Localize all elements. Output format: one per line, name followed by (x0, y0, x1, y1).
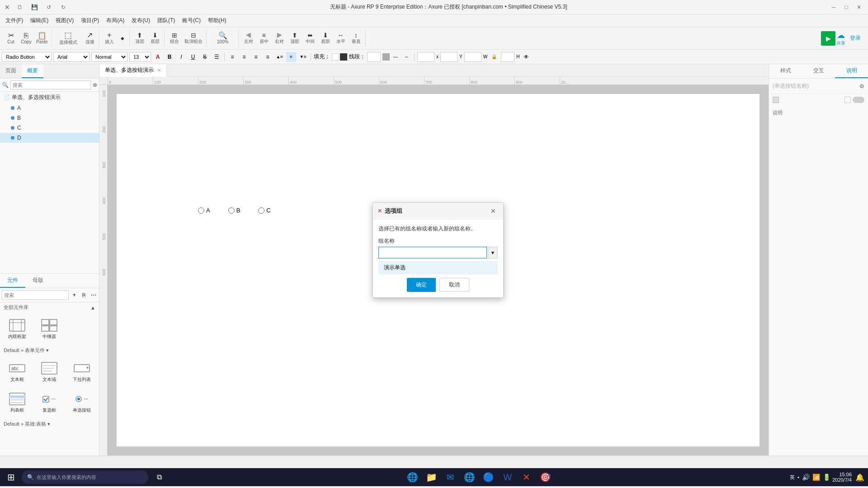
menu-project[interactable]: 项目(P) (77, 15, 103, 26)
radio-option-c[interactable]: C (258, 207, 270, 214)
h-input[interactable]: 15 (501, 52, 514, 62)
text-middle-btn[interactable]: ≡ (286, 52, 296, 62)
close-tab-btn[interactable]: ✕ (157, 68, 161, 73)
modal-group-name-input[interactable] (378, 247, 487, 258)
taskbar-app-axure[interactable]: ✕ (518, 469, 536, 485)
taskbar-app-word[interactable]: W (499, 469, 517, 485)
comp-textbox[interactable]: abc 文本框 (2, 357, 33, 386)
visible-btn[interactable]: 👁 (521, 52, 531, 62)
font-family-select[interactable]: Arial (53, 52, 90, 62)
align-left-btn[interactable]: ⫷ 左对 (241, 30, 256, 47)
paste-btn[interactable]: 📋 Paste (34, 30, 50, 47)
comp-listbox[interactable]: 列表框 (2, 388, 33, 417)
align-middle-btn[interactable]: ⬌ 中间 (303, 30, 317, 47)
ungroup-btn[interactable]: ⊟ 取消组合 (183, 30, 204, 47)
tree-item-b[interactable]: B (0, 113, 99, 123)
taskbar-view-btn[interactable]: ⧉ (150, 469, 168, 485)
close-btn[interactable]: ✕ (854, 2, 864, 13)
taskbar-clock[interactable]: 15:06 2020/7/4 (832, 472, 852, 483)
add-component-btn[interactable]: + (71, 290, 78, 300)
comp-repeater[interactable]: 中继器 (34, 314, 65, 343)
taskbar-app-edge[interactable]: 🌐 (404, 469, 422, 485)
insert-btn[interactable]: + 插入 (102, 30, 117, 47)
menu-help[interactable]: 帮助(H) (204, 15, 230, 26)
tab-page[interactable]: 页面 (0, 64, 22, 78)
text-top-btn[interactable]: ▲≡ (274, 52, 284, 62)
align-center-text-btn[interactable]: ≡ (239, 52, 249, 62)
minimize-btn[interactable]: ─ (828, 2, 839, 13)
sign-in-btn[interactable]: 登录 (846, 34, 864, 42)
new-btn[interactable]: 🗋 (14, 2, 25, 13)
menu-layout[interactable]: 布局(A) (103, 15, 128, 26)
menu-publish[interactable]: 发布(U) (128, 15, 154, 26)
font-size-select[interactable]: 13 (129, 52, 151, 62)
font-style-select[interactable]: Normal (91, 52, 127, 62)
connect-btn[interactable]: ↗ 连接 (83, 30, 97, 47)
align-top-btn[interactable]: ⬆ 顶部 (288, 30, 302, 47)
modal-option-item[interactable]: 演示单选 (378, 261, 498, 274)
component-name-settings-icon[interactable]: ⚙ (859, 83, 864, 89)
taskbar-app-other[interactable]: 🎯 (537, 469, 555, 485)
copy-component-btn[interactable]: ⎘ (80, 290, 88, 300)
font-color-btn[interactable]: A (153, 52, 163, 62)
save-btn[interactable]: 💾 (29, 2, 40, 13)
menu-team[interactable]: 团队(T) (154, 15, 179, 26)
align-left-text-btn[interactable]: ≡ (227, 52, 237, 62)
start-button[interactable]: ⊞ (2, 469, 20, 485)
y-input[interactable]: 270 (440, 52, 458, 62)
comp-checkbox[interactable]: 复选框 (34, 388, 65, 417)
fill-dark-swatch[interactable] (340, 53, 347, 61)
taskbar-search[interactable]: 🔍 在这里输入你要搜索的内容 (22, 470, 148, 484)
menu-account[interactable]: 账号(C) (179, 15, 204, 26)
preview-btn[interactable]: ▶ (821, 31, 835, 46)
top-layer-btn[interactable]: ⬆ 顶层 (132, 30, 147, 47)
tab-style[interactable]: 样式 (769, 64, 802, 78)
stroke-color-swatch[interactable] (382, 53, 390, 61)
group-btn[interactable]: ⊞ 组合 (167, 30, 182, 47)
taskbar-app-chrome[interactable]: 🌐 (461, 469, 479, 485)
copy-btn[interactable]: ⎘ Copy (19, 30, 33, 47)
zoom-btn[interactable]: 🔍 100% (209, 30, 236, 47)
tab-outline[interactable]: 概要 (22, 64, 43, 78)
stroke-style-btn[interactable]: ― (391, 52, 401, 62)
stroke-width-input[interactable]: 1 (367, 52, 381, 62)
stroke-end-btn[interactable]: ↔ (401, 52, 411, 62)
notification-btn[interactable]: 🔔 (854, 473, 866, 482)
modal-cancel-btn[interactable]: 取消 (439, 278, 469, 292)
modal-dropdown-arrow[interactable]: ▼ (488, 247, 498, 258)
share-btn[interactable]: ☁ 共享 (836, 30, 845, 47)
tree-item-d[interactable]: D (0, 133, 99, 143)
taskbar-app-mail[interactable]: ✉ (442, 469, 460, 485)
align-bottom-btn[interactable]: ⬇ 底部 (318, 30, 333, 47)
canvas-tab-main[interactable]: 单选、多选按钮演示 ✕ (99, 64, 167, 77)
component-type-select[interactable]: Radio Button (2, 52, 52, 62)
comp-iframe[interactable]: 内联框架 (2, 314, 33, 343)
strikethrough-btn[interactable]: S (200, 52, 210, 62)
text-bottom-btn[interactable]: ▼≡ (298, 52, 308, 62)
distribute-h-btn[interactable]: ↔ 水平 (334, 30, 348, 47)
tree-item-a[interactable]: A (0, 103, 99, 113)
undo-btn[interactable]: ↺ (43, 2, 54, 13)
more-options-btn[interactable]: ⋯ (90, 290, 97, 300)
tab-notes[interactable]: 说明 (835, 64, 868, 78)
italic-btn[interactable]: I (176, 52, 186, 62)
distribute-v-btn[interactable]: ↕ 垂直 (349, 30, 363, 47)
canvas-workspace[interactable]: A B C (108, 85, 769, 455)
w-input[interactable]: 100 (464, 52, 481, 62)
fill-color-swatch[interactable] (332, 53, 339, 61)
redo-btn[interactable]: ↻ (58, 2, 69, 13)
menu-edit[interactable]: 编辑(E) (27, 15, 52, 26)
prop-checkbox[interactable] (773, 97, 779, 103)
add-page-icon[interactable]: ⊕ (93, 82, 97, 88)
bottom-layer-btn[interactable]: ⬇ 底层 (148, 30, 162, 47)
comp-radio[interactable]: 单选按钮 (66, 388, 97, 417)
bold-btn[interactable]: B (165, 52, 175, 62)
menu-file[interactable]: 文件(F) (2, 15, 27, 26)
lock-aspect-btn[interactable]: 🔒 (489, 52, 499, 62)
underline-btn[interactable]: U (188, 52, 198, 62)
select-mode-btn[interactable]: ⬚ 选择模式 (55, 30, 82, 47)
align-center-btn[interactable]: ≡ 居中 (257, 30, 271, 47)
x-input[interactable]: 430 (417, 52, 434, 62)
page-search-input[interactable] (10, 80, 91, 89)
align-right-btn[interactable]: ⫸ 右对 (272, 30, 287, 47)
